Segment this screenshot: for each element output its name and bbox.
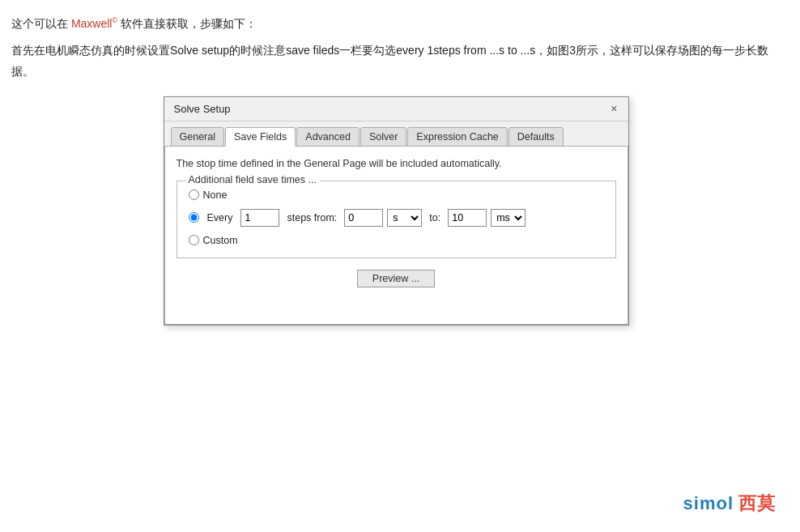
preview-row: Preview ... <box>177 270 616 287</box>
from-unit-select[interactable]: s ms us ns <box>387 209 422 227</box>
tab-defaults[interactable]: Defaults <box>509 127 564 147</box>
intro1-post: 软件直接获取，步骤如下： <box>117 17 257 30</box>
maxwell-brand: Maxwell <box>71 17 113 30</box>
dialog-titlebar: Solve Setup × <box>164 97 628 121</box>
tab-advanced[interactable]: Advanced <box>296 127 360 147</box>
radio-none[interactable] <box>189 189 199 200</box>
dialog-wrapper: Solve Setup × General Save Fields Advanc… <box>11 96 781 326</box>
tab-solver[interactable]: Solver <box>360 127 406 147</box>
radio-every[interactable] <box>189 212 199 223</box>
preview-button[interactable]: Preview ... <box>357 270 435 287</box>
logo-chinese: 西莫 <box>738 492 776 516</box>
radio-custom-label[interactable]: Custom <box>203 235 238 246</box>
logo-english: simol <box>683 493 734 514</box>
to-value-input[interactable]: 10 <box>448 209 487 227</box>
page-content: 这个可以在 Maxwell© 软件直接获取，步骤如下： 首先在电机瞬态仿真的时候… <box>0 0 800 334</box>
radio-every-label[interactable]: Every <box>207 212 233 223</box>
field-group-legend: Additional field save times ... <box>185 174 320 185</box>
bottom-logo: simol 西莫 <box>683 492 776 516</box>
to-unit-select[interactable]: ms s us ns <box>491 209 526 227</box>
intro-line2: 首先在电机瞬态仿真的时候设置Solve setup的时候注意save filed… <box>11 40 781 81</box>
additional-field-group: Additional field save times ... None Eve… <box>177 181 616 258</box>
info-text: The stop time defined in the General Pag… <box>177 158 616 169</box>
dialog: Solve Setup × General Save Fields Advanc… <box>164 96 629 326</box>
to-label: to: <box>429 212 440 223</box>
from-value-input[interactable]: 0 <box>344 209 383 227</box>
steps-from-label: steps from: <box>287 212 337 223</box>
tab-expression-cache[interactable]: Expression Cache <box>407 127 507 147</box>
dialog-close-button[interactable]: × <box>608 103 619 114</box>
every-value-input[interactable]: 1 <box>240 209 279 227</box>
intro1-pre: 这个可以在 <box>11 17 71 30</box>
intro-line1: 这个可以在 Maxwell© 软件直接获取，步骤如下： <box>11 15 781 32</box>
radio-row-custom: Custom <box>189 235 604 246</box>
tab-save-fields[interactable]: Save Fields <box>225 127 296 147</box>
tab-bar: General Save Fields Advanced Solver Expr… <box>164 121 628 147</box>
dialog-title: Solve Setup <box>174 103 231 115</box>
radio-none-label[interactable]: None <box>203 189 228 201</box>
tab-general[interactable]: General <box>171 127 224 147</box>
tab-content-save-fields: The stop time defined in the General Pag… <box>164 147 628 325</box>
radio-row-none: None <box>189 189 604 201</box>
radio-row-every: Every 1 steps from: 0 s ms us ns to: 10 <box>189 209 604 227</box>
intro2-text: 首先在电机瞬态仿真的时候设置Solve setup的时候注意save filed… <box>11 44 768 77</box>
radio-custom[interactable] <box>189 235 199 245</box>
